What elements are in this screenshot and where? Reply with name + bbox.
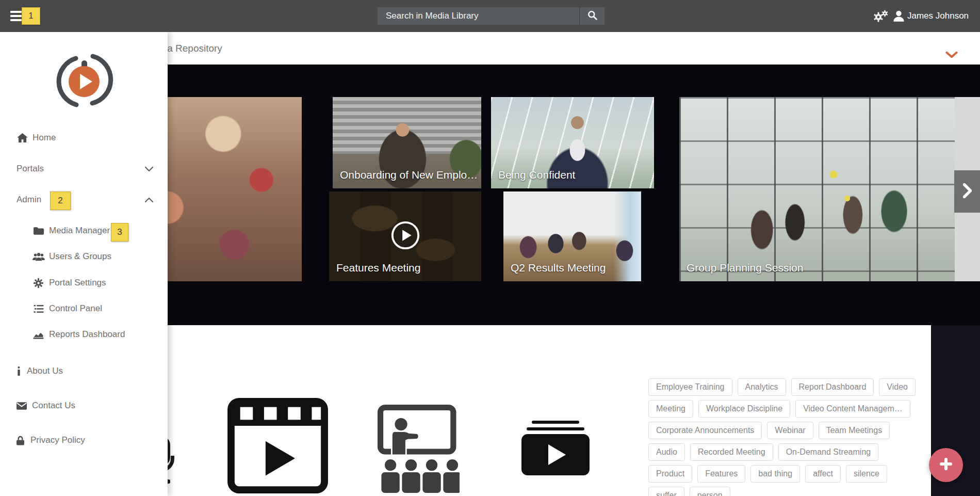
sidebar-item-label: About Us — [27, 366, 63, 376]
top-app-bar: 1 James Johnson — [0, 0, 980, 32]
chart-icon — [33, 330, 44, 339]
envelope-icon — [17, 402, 27, 410]
navigation-drawer: Home Portals Admin Media Manager Users &… — [0, 32, 168, 496]
step-badge-3: 3 — [111, 223, 128, 242]
tag-pill[interactable]: affect — [805, 465, 841, 483]
tag-pill[interactable]: Video Content Managem… — [795, 400, 910, 418]
sidebar-item-contact-us[interactable]: Contact Us — [0, 395, 168, 416]
tag-pill[interactable]: person — [690, 487, 730, 496]
film-icon[interactable] — [227, 397, 329, 496]
carousel-item[interactable]: Being Confident — [491, 97, 654, 188]
users-icon — [32, 252, 45, 261]
user-name[interactable]: James Johnson — [907, 0, 969, 32]
user-icon — [892, 15, 906, 24]
step-badge-2: 2 — [50, 191, 71, 210]
next-arrow-icon — [963, 183, 972, 200]
tag-pill[interactable]: Meeting — [648, 400, 693, 418]
carousel-item[interactable]: Group Planning Session — [679, 97, 955, 281]
tag-cloud: Employee Training Analytics Report Dashb… — [648, 378, 926, 496]
expand-chevron-icon[interactable] — [945, 51, 958, 60]
carousel-item-title: Being Confident — [498, 169, 575, 181]
tag-pill[interactable]: Team Meetings — [819, 422, 890, 439]
tag-pill[interactable]: On-Demand Streaming — [778, 443, 879, 461]
carousel-item[interactable]: Features Meeting — [329, 191, 481, 281]
sidebar-item-label: Portal Settings — [49, 278, 106, 288]
search-button[interactable] — [579, 7, 605, 25]
chevron-up-icon — [145, 195, 153, 205]
sidebar-item-label: Reports Dashboard — [49, 329, 125, 340]
search-input[interactable] — [378, 7, 579, 25]
tag-pill[interactable]: silence — [846, 465, 887, 483]
tag-pill[interactable]: Employee Training — [648, 378, 732, 396]
sidebar-item-label: Home — [32, 133, 56, 143]
carousel-item-title: Onboarding of New Emplo… — [340, 169, 478, 181]
carousel-item-title: Features Meeting — [336, 262, 420, 274]
tag-pill[interactable]: Audio — [648, 443, 685, 461]
sidebar-item-label: Privacy Policy — [30, 435, 85, 445]
sidebar-item-portals[interactable]: Portals — [0, 158, 168, 179]
carousel-item[interactable]: Q2 Results Meeting — [503, 191, 641, 281]
tag-pill[interactable]: Product — [648, 465, 692, 483]
sidebar-item-users-groups[interactable]: Users & Groups — [0, 246, 168, 267]
sidebar-item-label: Control Panel — [49, 303, 102, 314]
folder-icon — [34, 227, 44, 235]
sidebar-item-portal-settings[interactable]: Portal Settings — [0, 273, 168, 293]
search-icon — [587, 10, 597, 22]
sidebar-item-label: Contact Us — [32, 401, 75, 411]
info-icon — [17, 366, 21, 376]
tag-pill[interactable]: bad thing — [750, 465, 800, 483]
carousel-item[interactable]: Onboarding of New Emplo… — [333, 97, 481, 188]
tag-pill[interactable]: Webinar — [767, 422, 813, 439]
carousel-next-button[interactable] — [954, 170, 980, 213]
admin-settings-button[interactable] — [873, 10, 888, 24]
tag-pill[interactable]: suffer — [648, 487, 684, 496]
tag-pill[interactable]: Corporate Announcements — [648, 422, 762, 439]
tag-pill[interactable]: Report Dashboard — [791, 378, 874, 396]
add-media-button[interactable] — [929, 448, 963, 482]
site-logo[interactable] — [53, 49, 115, 113]
tag-pill[interactable]: Recorded Meeting — [690, 443, 773, 461]
tag-pill[interactable]: Features — [697, 465, 745, 483]
sidebar-item-about-us[interactable]: About Us — [0, 361, 168, 381]
lock-icon — [17, 436, 24, 445]
search-bar — [378, 7, 605, 25]
sidebar-item-home[interactable]: Home — [0, 127, 168, 148]
tag-pill[interactable]: Video — [879, 378, 916, 396]
tasks-icon — [34, 305, 44, 313]
carousel-item-title: Q2 Results Meeting — [511, 262, 606, 274]
sidebar-item-control-panel[interactable]: Control Panel — [0, 298, 168, 319]
plus-icon — [938, 456, 954, 474]
home-icon — [17, 133, 28, 142]
user-menu-button[interactable] — [892, 9, 906, 25]
chevron-down-icon — [145, 164, 153, 174]
sidebar-item-label: Portals — [17, 164, 44, 174]
sidebar-item-media-manager[interactable]: Media Manager — [0, 220, 168, 241]
tag-pill[interactable]: Analytics — [738, 378, 786, 396]
sidebar-item-reports-dashboard[interactable]: Reports Dashboard — [0, 324, 168, 345]
cogs-icon — [873, 15, 888, 24]
tag-pill[interactable]: Workplace Discipline — [698, 400, 790, 418]
sidebar-item-label: Media Manager — [49, 226, 110, 236]
presentation-icon[interactable] — [377, 404, 460, 495]
carousel-item-title: Group Planning Session — [687, 262, 803, 274]
playlist-icon[interactable] — [521, 421, 590, 477]
sidebar-item-label: Users & Groups — [49, 251, 111, 262]
gear-icon — [34, 278, 43, 288]
sidebar-item-privacy-policy[interactable]: Privacy Policy — [0, 430, 168, 451]
sidebar-item-label: Admin — [17, 195, 41, 205]
step-badge-1: 1 — [22, 7, 40, 25]
play-icon — [390, 220, 420, 252]
hamburger-menu-icon[interactable] — [10, 11, 23, 21]
sidebar-item-admin[interactable]: Admin — [0, 189, 168, 210]
